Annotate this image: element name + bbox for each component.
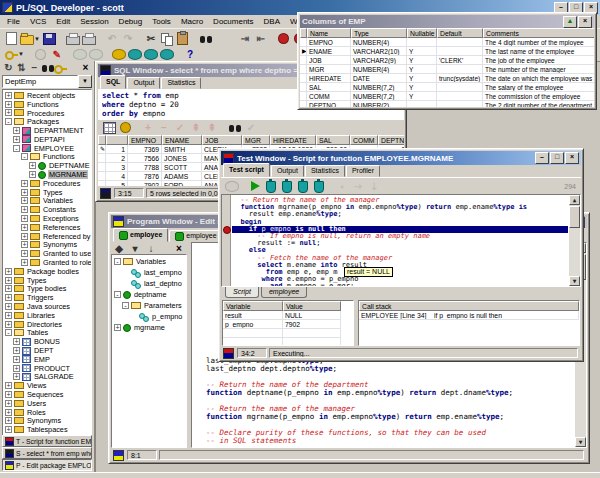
collapse-icon[interactable]: - (5, 329, 12, 336)
columns-window-titlebar[interactable]: Columns of EMP ▲ × (300, 15, 594, 28)
table-row[interactable]: EMPNONUMBER(4)The 4 digit number of the … (300, 38, 594, 47)
find-next-icon[interactable] (214, 31, 230, 46)
expand-icon[interactable]: + (5, 312, 12, 319)
close-button[interactable]: × (565, 152, 579, 164)
tree-item-libraries[interactable]: +Libraries (3, 311, 91, 320)
menu-file[interactable]: File (2, 17, 25, 26)
run-icon[interactable] (247, 179, 263, 194)
test-tab-test-script[interactable]: Test script (223, 163, 270, 177)
menu-documents[interactable]: Documents (208, 17, 258, 26)
editor-gutter[interactable] (222, 195, 231, 286)
tree-item-dept[interactable]: +DEPT (3, 346, 91, 355)
tree-item-deptname[interactable]: +DEPTNAME (3, 161, 91, 170)
help-icon[interactable]: ? (182, 47, 198, 62)
tree-item-variables[interactable]: +Variables (3, 197, 91, 206)
tree-item-synonyms[interactable]: +Synonyms (3, 416, 91, 425)
column-header-item[interactable] (106, 135, 128, 145)
session-key-icon[interactable] (3, 47, 19, 62)
menu-edit[interactable]: Edit (51, 17, 75, 26)
tree-item-constants[interactable]: +Constants (3, 205, 91, 214)
flask3-icon[interactable] (295, 179, 311, 194)
expand-icon[interactable]: + (21, 250, 28, 257)
column-header-name[interactable]: Name (307, 28, 351, 38)
scroll-thumb[interactable] (569, 206, 580, 228)
table-row[interactable]: DEPTNONUMBER(2)The 2 digit number of the… (300, 101, 594, 107)
menu-macro[interactable]: Macro (176, 17, 208, 26)
paste-icon[interactable] (175, 31, 191, 46)
find-icon[interactable] (227, 120, 243, 135)
expand-icon[interactable]: + (5, 285, 12, 292)
column-header-variable[interactable]: Variable (223, 301, 283, 311)
collapse-icon[interactable]: - (5, 118, 12, 125)
test-window-titlebar[interactable]: Test Window - Script for function EMPLOY… (221, 151, 581, 165)
table-row[interactable]: p_empno7902 (223, 320, 353, 329)
variables-grid[interactable]: VariableValueresultNULLp_empno7902 (222, 300, 354, 346)
minimize-button[interactable]: – (535, 152, 549, 164)
tree-item-procedures[interactable]: +Procedures (3, 109, 91, 118)
expand-icon[interactable]: + (13, 338, 20, 345)
expand-icon[interactable]: + (13, 356, 20, 363)
tree-item-recent-objects[interactable]: +Recent objects (3, 91, 91, 100)
collapse-icon[interactable]: − (28, 62, 41, 74)
close-icon[interactable]: × (79, 62, 92, 74)
bean-teal1-icon[interactable] (127, 47, 143, 62)
expand-icon[interactable]: + (21, 215, 28, 222)
expand-icon[interactable]: + (5, 277, 12, 284)
expand-icon[interactable]: + (5, 303, 12, 310)
save-icon[interactable] (42, 31, 58, 46)
expand-icon[interactable]: + (5, 268, 12, 275)
column-header-type[interactable]: Type (351, 28, 407, 38)
expand-icon[interactable]: + (5, 391, 12, 398)
expand-icon[interactable]: + (114, 324, 121, 331)
tools-icon[interactable] (54, 62, 67, 74)
expand-icon[interactable]: + (21, 233, 28, 240)
test-editor-scrollbar[interactable]: ▲ ▼ (569, 195, 580, 286)
print-setup-icon[interactable] (81, 31, 97, 46)
expand-icon[interactable]: + (5, 400, 12, 407)
tree-item-referenced-by[interactable]: +Referenced by (3, 232, 91, 241)
tree-item-functions[interactable]: +Functions (3, 100, 91, 109)
expand-icon[interactable]: + (5, 409, 12, 416)
tree-item-views[interactable]: +Views (3, 381, 91, 390)
indent-icon[interactable]: ⇥ (237, 31, 253, 46)
table-row[interactable]: COMMNUMBER(7,2)YThe commission of the em… (300, 92, 594, 101)
tree-item-mgrname[interactable]: +MGRNAME (3, 170, 91, 179)
menu-debug[interactable]: Debug (114, 17, 148, 26)
flask1-icon[interactable] (263, 179, 279, 194)
table-row[interactable]: JOBVARCHAR2(9)Y'CLERK'The job of the emp… (300, 56, 594, 65)
sql-tab-sql[interactable]: SQL (100, 75, 126, 89)
new-file-icon[interactable] (3, 31, 19, 46)
tree-item-references[interactable]: +References (3, 223, 91, 232)
collapse-icon[interactable]: - (114, 258, 121, 265)
open-file-icon[interactable] (19, 31, 35, 46)
tree-item-department[interactable]: +DEPARTMENT (3, 126, 91, 135)
tree-item-java-sources[interactable]: +Java sources (3, 302, 91, 311)
bean-gold-icon[interactable] (111, 47, 127, 62)
table-row[interactable]: HIREDATEDATEYtrunc(sysdate)The date on w… (300, 74, 594, 83)
expand-icon[interactable]: + (29, 171, 36, 178)
expand-icon[interactable]: + (21, 180, 28, 187)
tree-item-deptname[interactable]: -deptname (112, 289, 186, 300)
table-row[interactable] (223, 338, 353, 346)
scroll-down-icon[interactable]: ▼ (575, 437, 586, 447)
column-header-value[interactable]: Value (283, 301, 341, 311)
test-tab-output[interactable]: Output (271, 165, 304, 177)
tree-item-bonus[interactable]: +BONUS (3, 337, 91, 346)
collapse-icon[interactable]: - (21, 153, 28, 160)
expand-icon[interactable]: + (21, 206, 28, 213)
tree-item-mgrname[interactable]: +mgrname (112, 322, 186, 333)
menu-dba[interactable]: DBA (259, 17, 285, 26)
scroll-up-icon[interactable]: ▲ (569, 195, 580, 205)
tree-item-sequences[interactable]: +Sequences (3, 390, 91, 399)
menu-tools[interactable]: Tools (147, 17, 176, 26)
bottom-tab-employee[interactable]: employee (261, 287, 307, 298)
callstack-row[interactable]: EMPLOYEE [Line 34] if p_empno is null th… (359, 311, 579, 320)
tree-item-granted-to-users[interactable]: +Granted to users (3, 249, 91, 258)
tree-item-synonyms[interactable]: +Synonyms (3, 241, 91, 250)
tree-item-tables[interactable]: -Tables (3, 329, 91, 338)
expand-icon[interactable]: + (5, 294, 12, 301)
window-list-item-s-select-from-emp-where-dep[interactable]: S - select * from emp where dep (2, 447, 92, 459)
tree-item-emp[interactable]: +EMP (3, 355, 91, 364)
column-header-default[interactable]: Default (437, 28, 483, 38)
flask2-icon[interactable] (279, 179, 295, 194)
